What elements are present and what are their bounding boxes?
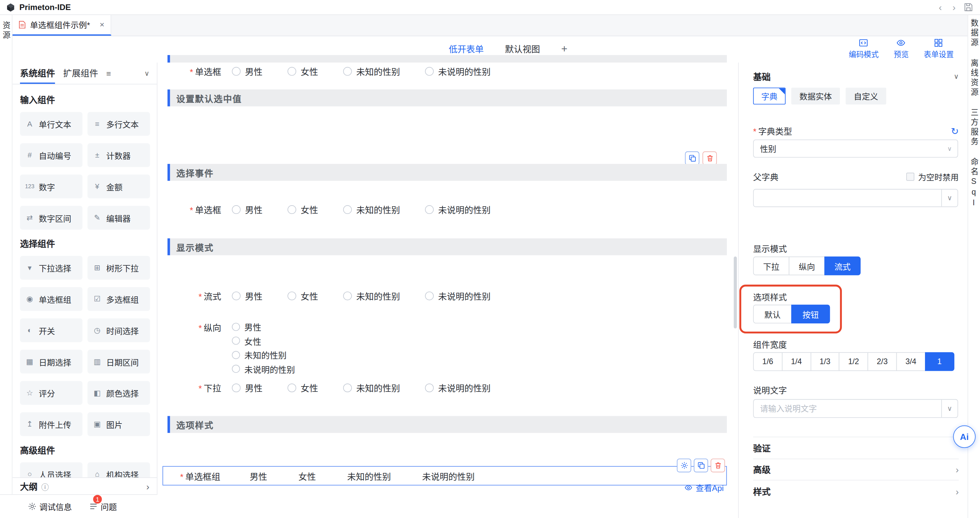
component-dropdown-select[interactable]: ▾下拉选择 xyxy=(20,256,83,280)
radio-icon[interactable] xyxy=(232,67,240,76)
disable-when-empty-checkbox[interactable] xyxy=(906,172,914,180)
radio-option[interactable]: 女性 xyxy=(288,290,318,302)
width-2-3-button[interactable]: 2/3 xyxy=(868,352,897,371)
tab-extended-components[interactable]: 扩展组件 xyxy=(63,62,98,84)
component-tree-dropdown[interactable]: ⊞树形下拉 xyxy=(88,256,150,280)
radio-option[interactable]: 未知的性别 xyxy=(343,203,400,215)
radio-icon[interactable] xyxy=(232,365,240,373)
delete-button[interactable] xyxy=(711,459,725,472)
width-1-6-button[interactable]: 1/6 xyxy=(753,352,783,371)
radio-icon[interactable] xyxy=(288,292,296,300)
radio-option[interactable]: 未知的性别 xyxy=(343,290,400,302)
outline-expand-icon[interactable]: › xyxy=(146,481,149,491)
outline-bar[interactable]: 大纲 ⓘ › xyxy=(12,477,158,494)
radio-icon[interactable] xyxy=(343,384,352,392)
delete-button[interactable] xyxy=(703,151,717,165)
add-view-icon[interactable]: + xyxy=(562,43,568,56)
radio-icon[interactable] xyxy=(343,67,352,76)
nav-back-icon[interactable]: ‹ xyxy=(935,2,945,12)
description-input[interactable] xyxy=(754,400,941,417)
panel-menu-icon[interactable]: ≡ xyxy=(107,69,111,78)
debug-info-button[interactable]: 调试信息 xyxy=(28,500,72,513)
radio-option[interactable]: 未说明的性别 xyxy=(425,65,491,77)
option-button[interactable]: 男性 xyxy=(250,470,267,482)
width-3-4-button[interactable]: 3/4 xyxy=(896,352,926,371)
component-number-range[interactable]: ⇄数字区间 xyxy=(20,206,83,230)
radio-icon[interactable] xyxy=(425,205,434,214)
component-single-line-text[interactable]: A单行文本 xyxy=(20,112,83,136)
radio-option[interactable]: 未说明的性别 xyxy=(425,381,491,394)
radio-icon[interactable] xyxy=(232,336,240,344)
close-icon[interactable]: × xyxy=(100,20,104,29)
radio-icon[interactable] xyxy=(232,292,240,300)
mode-vertical-button[interactable]: 纵向 xyxy=(789,257,825,275)
radio-option[interactable]: 未说明的性别 xyxy=(425,290,491,302)
nav-forward-icon[interactable]: › xyxy=(949,2,959,12)
section-style[interactable]: 样式 › xyxy=(753,485,959,497)
radio-option[interactable]: 男性 xyxy=(232,65,262,77)
radio-icon[interactable] xyxy=(425,292,434,300)
code-mode-button[interactable]: 编码模式 xyxy=(849,38,878,59)
rail-item-third-party-services[interactable]: 三方服务 xyxy=(968,108,980,147)
option-button[interactable]: 未说明的性别 xyxy=(422,470,475,482)
style-default-button[interactable]: 默认 xyxy=(753,305,792,324)
rail-item-datasource[interactable]: 数据源 xyxy=(968,19,980,48)
radio-icon[interactable] xyxy=(343,292,352,300)
component-multi-line-text[interactable]: ≡多行文本 xyxy=(88,112,150,136)
width-full-button[interactable]: 1 xyxy=(925,352,954,371)
component-checkbox-group[interactable]: ☑多选框组 xyxy=(88,287,150,311)
tab-data-entity[interactable]: 数据实体 xyxy=(791,88,840,104)
width-1-4-button[interactable]: 1/4 xyxy=(782,352,811,371)
component-counter[interactable]: ±计数器 xyxy=(88,143,150,167)
problems-button[interactable]: 1 问题 xyxy=(89,500,117,513)
component-color-picker[interactable]: ◧颜色选择 xyxy=(88,381,150,405)
rail-item-named-sql[interactable]: 命名Sql xyxy=(968,157,980,209)
preview-button[interactable]: 预览 xyxy=(894,38,908,59)
selected-radio-group-component[interactable]: *单选框组 男性 女性 未知的性别 未说明的性别 xyxy=(162,466,727,485)
dict-type-select[interactable]: 性别 ∨ xyxy=(753,140,958,158)
width-1-2-button[interactable]: 1/2 xyxy=(839,352,868,371)
component-radio-group[interactable]: ◉单选框组 xyxy=(20,287,83,311)
radio-icon[interactable] xyxy=(232,351,240,359)
ai-assistant-button[interactable]: Ai xyxy=(953,426,975,448)
radio-option[interactable]: 未说明的性别 xyxy=(232,362,295,375)
section-advanced[interactable]: 高级 › xyxy=(753,463,959,475)
component-org-select[interactable]: ⌂机构选择 xyxy=(88,462,150,477)
tab-custom[interactable]: 自定义 xyxy=(846,88,886,104)
component-rating[interactable]: ☆评分 xyxy=(20,381,83,405)
settings-gear-button[interactable] xyxy=(677,459,691,472)
radio-option[interactable]: 男性 xyxy=(232,203,262,215)
rail-item-resources[interactable]: 资源 xyxy=(0,21,12,494)
style-button-button[interactable]: 按钮 xyxy=(791,305,830,324)
tab-dictionary[interactable]: 字典 xyxy=(753,88,786,104)
radio-option[interactable]: 女性 xyxy=(288,381,318,394)
chevron-down-icon[interactable]: ∨ xyxy=(941,400,958,417)
radio-icon[interactable] xyxy=(343,205,352,214)
radio-option[interactable]: 男性 xyxy=(232,381,262,394)
radio-icon[interactable] xyxy=(232,384,240,392)
mode-flow-button[interactable]: 流式 xyxy=(824,257,861,275)
radio-icon[interactable] xyxy=(425,67,434,76)
collapse-icon[interactable]: ∨ xyxy=(954,72,959,80)
component-auto-number[interactable]: #自动编号 xyxy=(20,143,83,167)
radio-option[interactable]: 未知的性别 xyxy=(343,65,400,77)
component-person-select[interactable]: ○人员选择 xyxy=(20,462,83,477)
option-button[interactable]: 未知的性别 xyxy=(347,470,391,482)
parent-dict-select[interactable]: ∨ xyxy=(753,189,958,207)
radio-icon[interactable] xyxy=(288,67,296,76)
doc-tab-radio-example[interactable]: 单选框组件示例* × xyxy=(12,15,111,36)
copy-button[interactable] xyxy=(685,151,700,165)
radio-option[interactable]: 男性 xyxy=(232,320,295,333)
component-attachment-upload[interactable]: ↥附件上传 xyxy=(20,412,83,436)
radio-option[interactable]: 未说明的性别 xyxy=(425,203,491,215)
radio-option[interactable]: 女性 xyxy=(288,203,318,215)
component-editor[interactable]: ✎编辑器 xyxy=(88,206,150,230)
view-api-link[interactable]: 查看Api xyxy=(684,481,724,494)
option-button[interactable]: 女性 xyxy=(299,470,316,482)
radio-option[interactable]: 未知的性别 xyxy=(343,381,400,394)
component-image[interactable]: ▣图片 xyxy=(88,412,150,436)
canvas-scrollbar[interactable] xyxy=(734,257,737,329)
refresh-icon[interactable]: ↻ xyxy=(951,126,959,135)
radio-icon[interactable] xyxy=(232,322,240,330)
radio-option[interactable]: 女性 xyxy=(288,65,318,77)
